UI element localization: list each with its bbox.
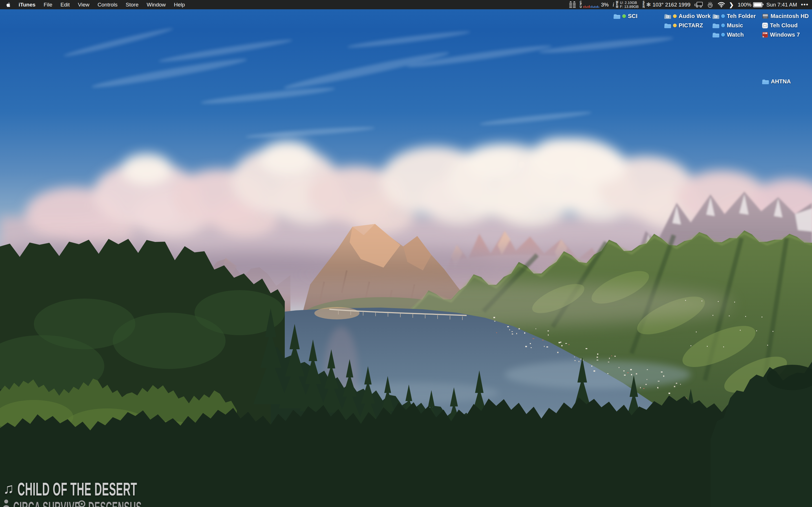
desktop-icon-teh-cloud[interactable]: Teh Cloud — [762, 22, 798, 29]
sen-label: SEN — [643, 1, 645, 8]
folder-icon — [712, 32, 719, 38]
desktop-icon-sci[interactable]: SCI — [613, 13, 638, 19]
tag-dot-blue — [721, 24, 725, 27]
menu-controls[interactable]: Controls — [98, 0, 117, 9]
sensors-status[interactable]: SEN ✻ 103° 2162 1999 — [643, 1, 691, 8]
desktop-icon-music[interactable]: Music — [712, 22, 743, 29]
folder-icon — [664, 23, 671, 28]
desktop-icon-label: PICTARZ — [679, 22, 703, 29]
menu-store[interactable]: Store — [126, 0, 139, 9]
battery-percent: 100% — [738, 2, 752, 8]
sen-value: 103° 2162 1999 — [652, 2, 690, 8]
app-menus: iTunes File Edit View Controls Store Win… — [0, 0, 185, 9]
bartender-chevron[interactable]: ❯ — [729, 1, 734, 8]
drive-icon — [762, 13, 769, 19]
menu-help[interactable]: Help — [174, 0, 185, 9]
wallpaper-alpine-lake — [0, 0, 812, 507]
desktop-icon-audio-work[interactable]: CAudio Work — [664, 13, 711, 19]
tag-dot-blue — [721, 33, 725, 37]
folder-icon — [712, 23, 719, 28]
menu-clock[interactable]: Sun 7:41 AM — [766, 2, 797, 8]
cloud-icon — [762, 22, 768, 29]
desktop-icon-teh-folder[interactable]: CTeh Folder — [712, 13, 756, 19]
desktop-icon-label: Macintosh HD — [770, 13, 809, 19]
windows-icon — [762, 32, 768, 38]
apple-icon — [6, 2, 10, 8]
cpu-status[interactable]: CPU 3% — [580, 1, 609, 8]
menu-window[interactable]: Window — [147, 0, 166, 9]
desktop-icon-pictarz[interactable]: PICTARZ — [664, 22, 703, 29]
svg-text:C: C — [715, 15, 717, 18]
folder-icon — [762, 79, 769, 84]
battery-icon — [753, 2, 762, 7]
delivery-truck-icon[interactable] — [695, 2, 703, 8]
menu-file[interactable]: File — [44, 0, 52, 9]
menu-itunes[interactable]: iTunes — [18, 0, 36, 9]
desktop-icon-label: Audio Work — [679, 13, 711, 19]
tag-dot-yellow — [673, 14, 677, 18]
menu-extras: CPU 3% i MEM U: 2.10GB F: 13.89GB SEN ✻ … — [569, 0, 812, 9]
desktop-icon-watch[interactable]: Watch — [712, 32, 744, 38]
tag-dot-yellow — [673, 24, 677, 27]
mem-values: U: 2.10GB F: 13.89GB — [620, 1, 639, 9]
mem-label: MEM — [616, 1, 618, 8]
folder-c-icon: C — [712, 13, 719, 19]
svg-text:C: C — [667, 15, 669, 18]
cpu-value: 3% — [601, 2, 608, 8]
tag-dot-blue — [721, 14, 725, 18]
menu-bar: iTunes File Edit View Controls Store Win… — [0, 0, 812, 9]
overflow-dots-icon[interactable]: ••• — [801, 1, 809, 8]
desktop-icon-label: Music — [727, 22, 743, 29]
istat-i-icon: i — [613, 1, 614, 8]
memory-status[interactable]: i MEM U: 2.10GB F: 13.89GB — [613, 1, 639, 9]
desktop-icon-windows-7[interactable]: Windows 7 — [762, 32, 800, 38]
desktop-icon-label: Windows 7 — [770, 32, 800, 38]
battery-status[interactable]: 100% — [738, 2, 763, 8]
desktop-icon-label: AHTNA — [771, 78, 791, 85]
wifi-icon[interactable] — [718, 2, 725, 8]
desktop-icon-macintosh-hd[interactable]: Macintosh HD — [762, 13, 809, 19]
cpu-history-graph — [583, 2, 599, 8]
istat-bars-icon[interactable] — [569, 1, 576, 8]
folder-icon — [613, 13, 620, 19]
menu-edit[interactable]: Edit — [60, 0, 70, 9]
desktop-icon-label: Teh Cloud — [770, 22, 798, 29]
apple-menu[interactable] — [6, 2, 10, 8]
desktop-icon-label: Watch — [727, 32, 744, 38]
tag-dot-green — [622, 14, 626, 18]
menu-view[interactable]: View — [78, 0, 89, 9]
swirl-icon[interactable] — [707, 1, 714, 8]
folder-c-icon: C — [664, 13, 671, 19]
fan-icon: ✻ — [646, 1, 651, 8]
desktop-icon-label: Teh Folder — [727, 13, 756, 19]
desktop-icon-ahtna[interactable]: AHTNA — [762, 78, 791, 84]
desktop-icon-label: SCI — [628, 13, 638, 19]
cpu-label: CPU — [580, 1, 581, 8]
